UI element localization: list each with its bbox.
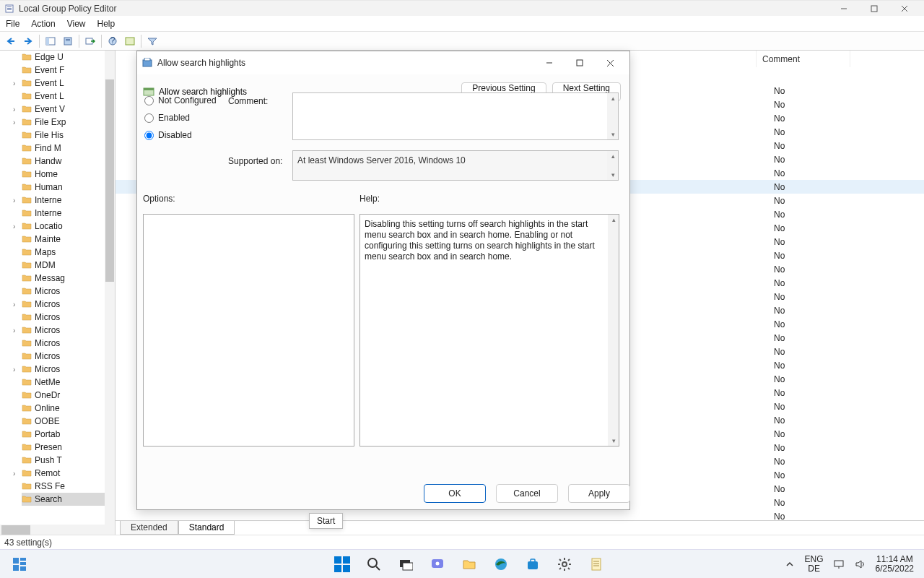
dialog-maximize[interactable]	[565, 53, 595, 73]
tree-vscrollbar[interactable]	[105, 51, 115, 525]
settings-icon[interactable]	[553, 553, 576, 576]
toolbar-export[interactable]	[82, 33, 98, 49]
chevron-right-icon[interactable]: ›	[13, 105, 15, 113]
taskview-icon[interactable]	[394, 553, 417, 576]
tab-standard[interactable]: Standard	[178, 521, 235, 535]
radio-not-configured[interactable]: Not Configured	[144, 95, 217, 105]
tree-item[interactable]: Micros	[22, 337, 115, 350]
menu-action[interactable]: Action	[31, 19, 55, 29]
toolbar-forward[interactable]	[20, 33, 36, 49]
tree-item[interactable]: OOBE	[22, 415, 115, 428]
comment-cell: No	[757, 292, 850, 302]
toolbar-back[interactable]	[3, 33, 19, 49]
tab-extended[interactable]: Extended	[120, 521, 178, 535]
tree-item[interactable]: ›Remot	[22, 467, 115, 480]
tree-item[interactable]: Find M	[22, 142, 115, 155]
tree-item[interactable]: Home	[22, 168, 115, 181]
tree-item[interactable]: Maps	[22, 246, 115, 259]
volume-icon[interactable]	[854, 553, 867, 576]
cancel-button[interactable]: Cancel	[496, 484, 558, 503]
menu-view[interactable]: View	[67, 19, 86, 29]
tree-item[interactable]: Micros	[22, 350, 115, 363]
tree-item[interactable]: Edge U	[22, 51, 115, 64]
window-minimize[interactable]	[829, 1, 859, 17]
tree-item[interactable]: NetMe	[22, 376, 115, 389]
tree-item[interactable]: ›File Exp	[22, 116, 115, 129]
toolbar-show-hide-tree[interactable]	[43, 33, 58, 49]
store-icon[interactable]	[521, 553, 544, 576]
svg-rect-5	[871, 6, 877, 12]
toolbar-help[interactable]: ?	[105, 33, 121, 49]
tree-item[interactable]: ›Micros	[22, 363, 115, 376]
vscrollbar[interactable]: ▴▾	[607, 151, 618, 180]
ok-button[interactable]: OK	[424, 484, 486, 503]
chat-icon[interactable]	[426, 553, 449, 576]
tree-item[interactable]: ›Micros	[22, 298, 115, 311]
chevron-right-icon[interactable]: ›	[13, 366, 15, 374]
tree-item[interactable]: Event L	[22, 90, 115, 103]
tree-item[interactable]: ›Micros	[22, 324, 115, 337]
window-maximize[interactable]	[859, 1, 889, 17]
window-close[interactable]	[889, 1, 920, 17]
start-icon[interactable]	[331, 553, 354, 576]
toolbar-properties[interactable]	[60, 33, 76, 49]
chevron-right-icon[interactable]: ›	[13, 327, 15, 335]
svg-point-41	[436, 561, 440, 565]
menu-help[interactable]: Help	[97, 19, 116, 29]
task-view-icon[interactable]	[10, 555, 29, 574]
tree-item[interactable]: Interne	[22, 207, 115, 220]
tree-item[interactable]: Online	[22, 402, 115, 415]
radio-disabled[interactable]: Disabled	[144, 130, 217, 140]
comment-cell: No	[757, 223, 850, 233]
detail-col-comment[interactable]: Comment	[757, 51, 850, 67]
tree-item[interactable]: Push T	[22, 454, 115, 467]
tree-item[interactable]: Messag	[22, 272, 115, 285]
dialog-minimize[interactable]	[534, 53, 565, 73]
comment-cell: No	[757, 306, 850, 316]
tree-item[interactable]: ›Event L	[22, 77, 115, 90]
tree-item[interactable]: MDM	[22, 259, 115, 272]
chevron-right-icon[interactable]: ›	[13, 470, 15, 478]
tree-item[interactable]: Micros	[22, 311, 115, 324]
tree-item[interactable]: Micros	[22, 285, 115, 298]
tree-item[interactable]: Search	[22, 493, 115, 506]
dialog-close[interactable]	[595, 53, 625, 73]
edge-icon[interactable]	[489, 553, 513, 576]
notepad-icon[interactable]	[585, 553, 608, 576]
tree-item[interactable]: Human	[22, 181, 115, 194]
tree-item[interactable]: File His	[22, 129, 115, 142]
chevron-right-icon[interactable]: ›	[13, 197, 15, 204]
vscrollbar[interactable]: ▴▾	[607, 93, 618, 139]
chevron-right-icon[interactable]: ›	[13, 79, 15, 87]
radio-enabled[interactable]: Enabled	[144, 113, 217, 123]
options-box	[143, 214, 354, 447]
tree-item[interactable]: Event F	[22, 64, 115, 77]
tree-item[interactable]: RSS Fe	[22, 480, 115, 493]
toolbar-all-settings[interactable]	[122, 33, 138, 49]
chevron-right-icon[interactable]: ›	[13, 223, 15, 230]
toolbar-filter[interactable]	[144, 33, 160, 49]
tree-item[interactable]: ›Event V	[22, 103, 115, 116]
chevron-right-icon[interactable]: ›	[13, 301, 15, 309]
apply-button[interactable]: Apply	[568, 484, 630, 503]
folder-icon	[22, 52, 32, 63]
vscrollbar[interactable]: ▴▾	[608, 215, 619, 446]
tray-chevron-icon[interactable]	[783, 553, 796, 576]
tree-item[interactable]: OneDr	[22, 389, 115, 402]
tree-item[interactable]: Portab	[22, 428, 115, 441]
tree-item[interactable]: Mainte	[22, 233, 115, 246]
tree-item[interactable]: ›Locatio	[22, 220, 115, 233]
network-icon[interactable]	[832, 553, 845, 576]
tree-item[interactable]: ›Interne	[22, 194, 115, 207]
tree-item-label: Event L	[35, 91, 64, 101]
search-icon[interactable]	[362, 553, 385, 576]
tray-clock[interactable]: 11:14 AM6/25/2022	[876, 555, 914, 574]
tray-language[interactable]: ENGDE	[805, 555, 824, 574]
tree-hscrollbar[interactable]	[0, 525, 115, 535]
menu-file[interactable]: File	[6, 19, 19, 29]
tree-item[interactable]: Handw	[22, 155, 115, 168]
explorer-icon[interactable]	[458, 553, 481, 576]
comment-field[interactable]: ▴▾	[292, 92, 619, 140]
tree-item[interactable]: Presen	[22, 441, 115, 454]
chevron-right-icon[interactable]: ›	[13, 118, 15, 126]
